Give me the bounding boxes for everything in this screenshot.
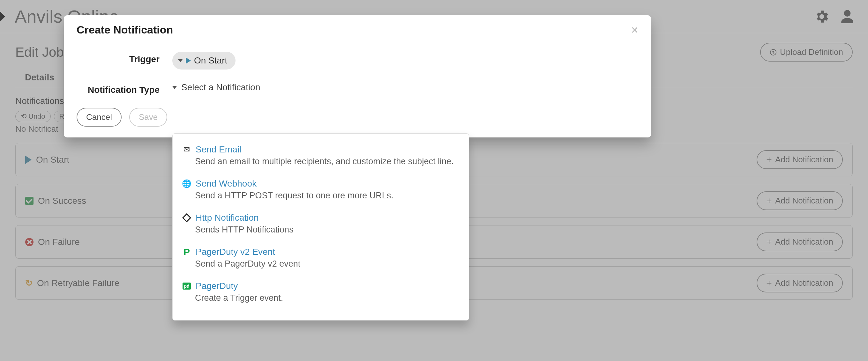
save-button[interactable]: Save [129, 108, 167, 127]
dropdown-item-desc: Send a PagerDuty v2 event [195, 259, 459, 269]
pagerduty-badge-icon: pd [182, 282, 191, 291]
diamond-icon [182, 214, 191, 222]
dropdown-item-desc: Send an email to multiple recipients, an… [195, 157, 459, 166]
chevron-down-icon [178, 59, 183, 62]
notification-type-label: Notification Type [76, 82, 172, 95]
dropdown-item-desc: Create a Trigger event. [195, 293, 459, 303]
trigger-value: On Start [194, 56, 227, 66]
dropdown-item-desc: Sends HTTP Notifications [195, 225, 459, 235]
notification-type-selector[interactable]: Select a Notification [172, 82, 260, 93]
close-icon[interactable]: × [631, 24, 638, 36]
chevron-down-icon [172, 86, 177, 89]
dropdown-item-pagerduty[interactable]: pd PagerDuty Create a Trigger event. [173, 276, 469, 310]
create-notification-modal: Create Notification × Trigger On Start N… [64, 15, 651, 137]
notification-type-value: Select a Notification [181, 82, 260, 93]
dropdown-item-title: Send Email [196, 144, 241, 155]
modal-title: Create Notification [76, 24, 173, 36]
dropdown-item-title: PagerDuty v2 Event [196, 247, 275, 257]
dropdown-item-title: Send Webhook [196, 178, 256, 189]
globe-icon: 🌐 [182, 179, 191, 188]
dropdown-item-send-email[interactable]: ✉ Send Email Send an email to multiple r… [173, 140, 469, 174]
play-icon [186, 57, 191, 64]
trigger-label: Trigger [76, 52, 172, 64]
dropdown-item-send-webhook[interactable]: 🌐 Send Webhook Send a HTTP POST request … [173, 174, 469, 208]
dropdown-item-title: PagerDuty [196, 281, 238, 291]
envelope-icon: ✉ [182, 145, 191, 154]
cancel-button[interactable]: Cancel [76, 108, 122, 127]
notification-type-dropdown: ✉ Send Email Send an email to multiple r… [172, 133, 469, 321]
dropdown-item-http-notification[interactable]: Http Notification Sends HTTP Notificatio… [173, 208, 469, 242]
dropdown-item-desc: Send a HTTP POST request to one ore more… [195, 191, 459, 201]
pagerduty-icon: P [182, 248, 191, 256]
dropdown-item-title: Http Notification [196, 213, 259, 223]
dropdown-item-pagerduty-v2[interactable]: P PagerDuty v2 Event Send a PagerDuty v2… [173, 242, 469, 276]
trigger-selector[interactable]: On Start [172, 52, 236, 69]
